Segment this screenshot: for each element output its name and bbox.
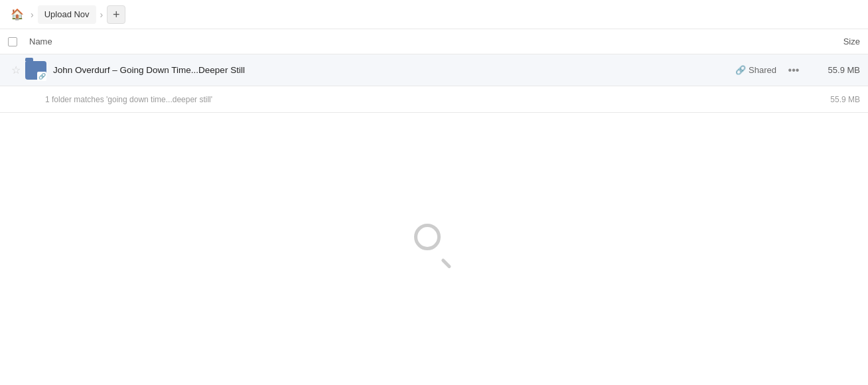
table-row[interactable]: ☆ 🔗 John Overdurf – Going Down Time...De… [0, 54, 868, 86]
match-size-text: 55.9 MB [830, 95, 860, 104]
empty-state-area [0, 113, 868, 385]
link-overlay-icon: 🔗 [37, 72, 46, 81]
file-size-value: 55.9 MB [814, 65, 860, 75]
breadcrumb-arrow-2: › [100, 9, 104, 20]
match-description: 1 folder matches 'going down time...deep… [45, 95, 212, 104]
add-icon: + [113, 9, 120, 21]
folder-icon-wrap: 🔗 [24, 58, 48, 82]
star-icon: ☆ [11, 64, 21, 76]
shared-badge[interactable]: 🔗 Shared [735, 65, 776, 75]
search-icon-large [414, 224, 454, 264]
home-icon: 🏠 [11, 8, 24, 21]
file-size-text: 55.9 MB [828, 65, 860, 75]
match-info-row: 1 folder matches 'going down time...deep… [0, 86, 868, 113]
size-column-header: Size [807, 37, 860, 46]
more-icon: ••• [788, 64, 800, 76]
name-column-header: Name [29, 37, 807, 46]
breadcrumb-arrow-1: › [31, 9, 34, 20]
match-text-label: 1 folder matches 'going down time...deep… [45, 95, 814, 104]
name-col-label: Name [29, 37, 52, 46]
star-button[interactable]: ☆ [8, 64, 24, 76]
shared-link-icon: 🔗 [735, 65, 746, 75]
match-size-label: 55.9 MB [814, 95, 860, 104]
file-name-label: John Overdurf – Going Down Time...Deeper… [53, 65, 735, 75]
search-handle [441, 258, 451, 269]
header-checkbox-col [8, 37, 29, 46]
add-button[interactable]: + [107, 5, 125, 24]
home-breadcrumb[interactable]: 🏠 [8, 5, 27, 24]
table-header: Name Size [0, 29, 868, 54]
breadcrumb-label: Upload Nov [44, 9, 90, 19]
select-all-checkbox[interactable] [8, 37, 17, 46]
breadcrumb-bar: 🏠 › Upload Nov › + [0, 0, 868, 29]
file-name-text: John Overdurf – Going Down Time...Deeper… [53, 65, 245, 75]
shared-label-text: Shared [749, 65, 776, 75]
size-col-label: Size [843, 37, 860, 46]
search-circle [414, 224, 441, 250]
breadcrumb-upload-nov[interactable]: Upload Nov [38, 5, 96, 24]
more-options-button[interactable]: ••• [784, 61, 803, 80]
